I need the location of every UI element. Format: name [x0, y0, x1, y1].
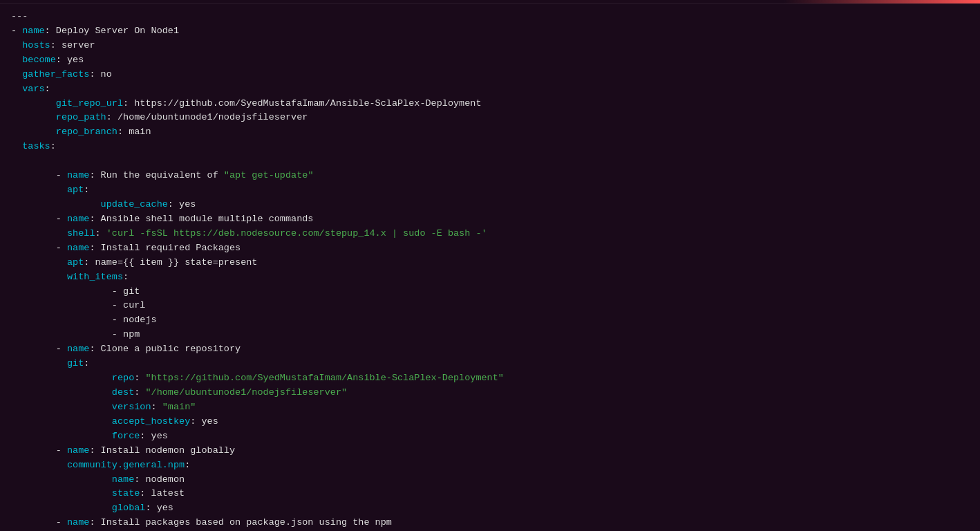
code-line: - name: Clone a public repository — [11, 342, 969, 357]
code-line: - name: Deploy Server On Node1 — [11, 24, 969, 39]
code-line: with_items: — [11, 270, 969, 285]
code-line: version: "main" — [11, 400, 969, 415]
code-line — [11, 154, 969, 169]
code-line: - npm — [11, 328, 969, 342]
code-line: hosts: server — [11, 39, 969, 53]
code-line: - git — [11, 285, 969, 299]
code-line: - name: Ansible shell module multiple co… — [11, 212, 969, 227]
code-line: --- — [11, 10, 969, 24]
code-line: - name: Install packages based on packag… — [11, 516, 969, 530]
code-line: - name: Install nodemon globally — [11, 444, 969, 458]
code-line: apt: name={{ item }} state=present — [11, 256, 969, 270]
code-line: update_cache: yes — [11, 198, 969, 212]
code-line: shell: 'curl -fsSL https://deb.nodesourc… — [11, 227, 969, 241]
code-line: git_repo_url: https://github.com/SyedMus… — [11, 97, 969, 111]
code-line: name: nodemon — [11, 473, 969, 487]
code-line: become: yes — [11, 53, 969, 68]
code-line: tasks: — [11, 140, 969, 154]
code-line: dest: "/home/ubuntunode1/nodejsfileserve… — [11, 386, 969, 400]
code-line: gather_facts: no — [11, 68, 969, 82]
code-line: repo_branch: main — [11, 125, 969, 140]
code-line: force: yes — [11, 429, 969, 444]
code-line: global: yes — [11, 501, 969, 516]
code-line: - name: Run the equivalent of "apt get-u… — [11, 169, 969, 183]
code-line: accept_hostkey: yes — [11, 415, 969, 429]
code-line: - name: Install required Packages — [11, 241, 969, 256]
code-line: state: latest — [11, 487, 969, 501]
code-editor: ---- name: Deploy Server On Node1 hosts:… — [0, 4, 980, 531]
code-line: - curl — [11, 299, 969, 313]
code-line: apt: — [11, 183, 969, 198]
code-line: repo_path: /home/ubuntunode1/nodejsfiles… — [11, 111, 969, 125]
code-line: community.general.npm: — [11, 458, 969, 473]
code-line: git: — [11, 357, 969, 371]
code-line: vars: — [11, 82, 969, 97]
code-line: repo: "https://github.com/SyedMustafaIma… — [11, 371, 969, 386]
code-line: - nodejs — [11, 313, 969, 328]
